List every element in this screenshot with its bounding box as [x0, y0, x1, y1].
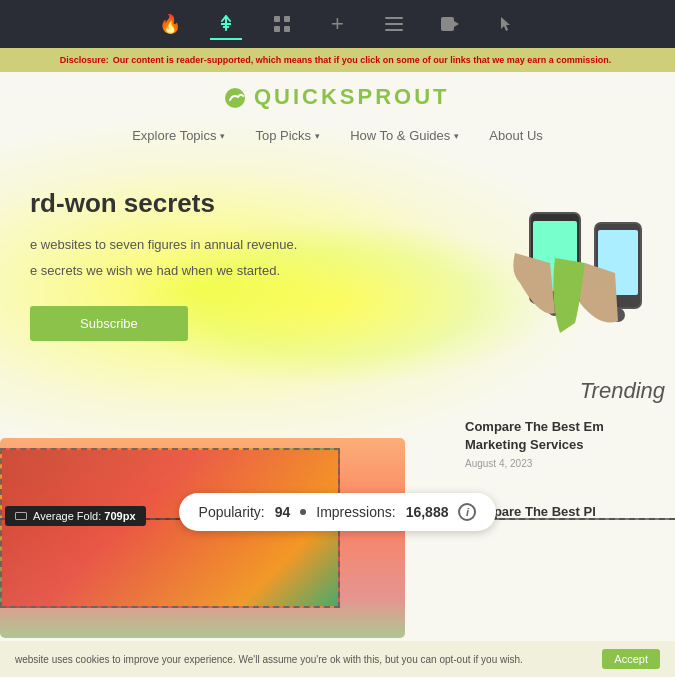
trending-area: Trending — [580, 378, 665, 404]
nav-item-explore[interactable]: Explore Topics ▾ — [132, 128, 225, 143]
svg-point-11 — [226, 89, 244, 107]
article-card-1[interactable]: Compare The Best Em Marketing Services A… — [465, 418, 665, 469]
phone-illustration — [475, 148, 675, 388]
fold-screen-icon — [15, 512, 27, 520]
flame-icon[interactable]: 🔥 — [154, 8, 186, 40]
cookie-text: website uses cookies to improve your exp… — [15, 654, 523, 665]
average-fold-label: Average Fold: 709px — [5, 506, 146, 526]
disclosure-text: Our content is reader-supported, which m… — [113, 55, 612, 65]
disclosure-bar: Disclosure: Our content is reader-suppor… — [0, 48, 675, 72]
nav-how-to-label: How To & Guides — [350, 128, 450, 143]
cursor-pointer-icon[interactable] — [490, 8, 522, 40]
svg-rect-6 — [385, 17, 403, 19]
hero-title: rd-won secrets — [30, 188, 375, 219]
svg-rect-8 — [385, 29, 403, 31]
article-title-1: Compare The Best Em Marketing Services — [465, 418, 665, 454]
nav-item-how-to[interactable]: How To & Guides ▾ — [350, 128, 459, 143]
chevron-down-icon: ▾ — [315, 131, 320, 141]
logo-area: QUICKSPROUT — [0, 84, 675, 110]
nav-item-top-picks[interactable]: Top Picks ▾ — [255, 128, 320, 143]
nav-about-us-label: About Us — [489, 128, 542, 143]
disclosure-label: Disclosure: — [60, 55, 109, 65]
website-area: Disclosure: Our content is reader-suppor… — [0, 48, 675, 677]
logo-text: QUICKSPROUT — [254, 84, 450, 109]
svg-rect-2 — [274, 16, 280, 22]
nav-explore-label: Explore Topics — [132, 128, 216, 143]
phone-svg — [490, 163, 660, 373]
quicksprout-logo-icon — [225, 88, 245, 108]
average-fold-text: Average Fold: 709px — [33, 510, 136, 522]
cookie-bar: website uses cookies to improve your exp… — [0, 641, 675, 677]
popularity-value: 94 — [275, 504, 291, 520]
nav-top-picks-label: Top Picks — [255, 128, 311, 143]
accept-cookies-button[interactable]: Accept — [602, 649, 660, 669]
list-icon[interactable] — [378, 8, 410, 40]
popularity-label: Popularity: — [199, 504, 265, 520]
toolbar: 🔥 + — [0, 0, 675, 48]
svg-rect-5 — [284, 26, 290, 32]
svg-rect-4 — [274, 26, 280, 32]
nav-item-about-us[interactable]: About Us — [489, 128, 542, 143]
cursor-up-icon[interactable] — [210, 8, 242, 40]
grid-icon[interactable] — [266, 8, 298, 40]
svg-rect-3 — [284, 16, 290, 22]
svg-marker-10 — [454, 21, 459, 27]
hero-subtitle-1: e websites to seven figures in annual re… — [30, 235, 375, 255]
info-icon[interactable]: i — [458, 503, 476, 521]
chevron-down-icon: ▾ — [454, 131, 459, 141]
nav-area: Explore Topics ▾ Top Picks ▾ How To & Gu… — [0, 128, 675, 143]
video-icon[interactable] — [434, 8, 466, 40]
popularity-bar: Popularity: 94 Impressions: 16,888 i — [179, 493, 497, 531]
svg-rect-7 — [385, 23, 403, 25]
impressions-label: Impressions: — [316, 504, 395, 520]
impressions-value: 16,888 — [406, 504, 449, 520]
add-icon[interactable]: + — [322, 8, 354, 40]
trending-title: Trending — [580, 378, 665, 404]
subscribe-button[interactable]: Subscribe — [30, 306, 188, 341]
svg-rect-9 — [441, 17, 454, 31]
hero-area: rd-won secrets e websites to seven figur… — [0, 168, 405, 361]
separator-dot — [300, 509, 306, 515]
article-date-1: August 4, 2023 — [465, 458, 665, 469]
hero-subtitle-2: e secrets we wish we had when we started… — [30, 261, 375, 281]
chevron-down-icon: ▾ — [220, 131, 225, 141]
